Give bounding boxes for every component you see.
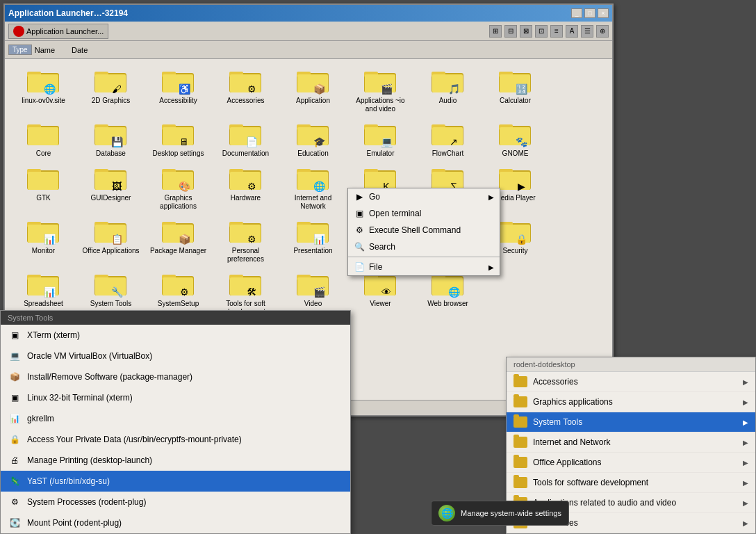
folder-linux-site[interactable]: 🌐 linux-ov0v.site: [10, 65, 76, 116]
folder-audio[interactable]: 🎵 Audio: [415, 65, 481, 116]
folder-icon-linux-site: 🌐: [27, 67, 60, 95]
svg-text:🖌: 🖌: [112, 83, 122, 95]
title-bar: Application Launcher…-32194 _ □ ×: [5, 5, 612, 22]
rp-item-3[interactable]: Internet and Network ▶: [507, 432, 755, 453]
folder-monitor[interactable]: 📊 Monitor: [10, 215, 76, 266]
folder-label-database: Database: [96, 149, 126, 158]
folder-gtk[interactable]: GTK: [10, 162, 76, 213]
folder-icon-internet: 🌐: [297, 165, 330, 193]
folder-label-education: Education: [297, 149, 328, 158]
folder-icon-education: 🎓: [297, 120, 330, 148]
folder-label-monitor: Monitor: [32, 247, 55, 255]
folder-desktop-settings[interactable]: 🖥 Desktop settings: [145, 118, 211, 161]
rp-item-0[interactable]: Accessories ▶: [507, 372, 755, 392]
view-type-button[interactable]: Type: [8, 44, 32, 55]
rp-item-2[interactable]: System Tools ▶: [507, 412, 755, 432]
folder-documentation[interactable]: 📄 Documentation: [213, 118, 279, 161]
folder-core[interactable]: Core: [10, 118, 76, 161]
folder-label-web-browser: Web browser: [427, 300, 468, 308]
svg-text:♿: ♿: [178, 83, 190, 95]
folder-icon-spreadsheet: 📊: [27, 270, 60, 298]
ctx-shell-label: Execute Shell Command: [369, 225, 461, 235]
folder-presentation[interactable]: 📊 Presentation: [280, 215, 346, 266]
rp-label-0: Accessories: [533, 377, 578, 387]
folder-2d-graphics[interactable]: 🖌 2D Graphics: [78, 65, 144, 116]
svg-text:📊: 📊: [313, 234, 325, 245]
folder-label-flowchart: FlowChart: [432, 149, 464, 158]
shell-icon: ⚙: [354, 225, 365, 236]
ctx-file[interactable]: 📄 File: [348, 259, 500, 275]
rp-item-1[interactable]: Graphics applications ▶: [507, 392, 755, 412]
nav-icon-1[interactable]: ⊞: [489, 25, 502, 38]
folder-education[interactable]: 🎓 Education: [280, 118, 346, 161]
folder-icon-package-mgr: 📦: [162, 218, 195, 245]
folder-hardware[interactable]: ⚙ Hardware: [213, 162, 279, 213]
st-item-6[interactable]: 🖨 Manage Printing (desktop-launch): [1, 450, 350, 471]
svg-text:💻: 💻: [380, 136, 393, 148]
st-icon-7: 🦎: [8, 474, 22, 488]
rp-label-4: Office Applications: [533, 458, 602, 467]
folder-calculator[interactable]: 🔢 Calculator: [482, 65, 548, 116]
folder-flowchart[interactable]: ↗ FlowChart: [415, 118, 481, 161]
folder-office[interactable]: 📋 Office Applications: [78, 215, 144, 266]
st-item-5[interactable]: 🔒 Access Your Private Data (/usr/bin/ecr…: [1, 429, 350, 450]
folder-accessibility[interactable]: ♿ Accessibility: [145, 65, 211, 116]
folder-label-hardware: Hardware: [231, 194, 261, 202]
nav-icon-8[interactable]: ⊕: [596, 25, 609, 38]
nav-icon-6[interactable]: A: [566, 25, 578, 38]
folder-graphics-apps[interactable]: 🎨 Graphics applications: [145, 162, 211, 213]
folder-gnome[interactable]: 🐾 GNOME: [482, 118, 548, 161]
folder-icon-tools-soft-dev: 🛠: [229, 270, 263, 298]
nav-icon-5[interactable]: ≡: [550, 25, 563, 38]
ctx-go-label: Go: [369, 192, 380, 202]
ctx-open-terminal[interactable]: ▣ Open terminal: [348, 205, 500, 222]
st-label-2: Install/Remove Software (package-manager…: [27, 372, 192, 382]
folder-icon-gnome: 🐾: [499, 120, 532, 148]
folder-label-presentation: Presentation: [293, 247, 332, 255]
tab-label: Application Launcher...: [26, 27, 104, 35]
folder-application[interactable]: 📦 Application: [280, 65, 346, 116]
st-item-1[interactable]: 💻 Oracle VM VirtualBox (VirtualBox): [1, 346, 350, 366]
folder-accessories[interactable]: ⚙ Accessories: [213, 65, 279, 116]
folder-icon-security: 🔒: [499, 218, 532, 245]
folder-icon-accessories: ⚙: [229, 67, 263, 95]
svg-text:⚙: ⚙: [247, 83, 256, 95]
folder-label-spreadsheet: Spreadsheet: [24, 300, 63, 308]
rp-label-3: Internet and Network: [533, 437, 610, 447]
rp-item-5[interactable]: Tools for software development ▶: [507, 473, 755, 493]
ctx-search[interactable]: 🔍 Search: [348, 238, 500, 255]
svg-rect-116: [500, 172, 530, 190]
ctx-execute-shell[interactable]: ⚙ Execute Shell Command: [348, 222, 500, 238]
st-item-0[interactable]: ▣ XTerm (xterm): [1, 325, 350, 346]
rp-item-4[interactable]: Office Applications ▶: [507, 453, 755, 473]
folder-applications-video[interactable]: 🎬 Applications ~io and video: [347, 65, 413, 116]
st-item-2[interactable]: 📦 Install/Remove Software (package-manag…: [1, 366, 350, 387]
ctx-go[interactable]: ▶ Go: [348, 188, 500, 205]
st-item-4[interactable]: 📊 gkrellm: [1, 408, 350, 429]
minimize-button[interactable]: _: [571, 8, 582, 18]
svg-text:🌐: 🌐: [43, 83, 56, 95]
folder-label-calculator: Calculator: [500, 97, 531, 105]
st-label-1: Oracle VM VirtualBox (VirtualBox): [27, 351, 152, 361]
folder-emulator[interactable]: 💻 Emulator: [347, 118, 413, 161]
window-title: Application Launcher…-32194: [8, 8, 128, 18]
svg-text:🔧: 🔧: [110, 286, 123, 298]
nav-icon-2[interactable]: ⊟: [504, 25, 517, 38]
folder-label-desktop-settings: Desktop settings: [153, 149, 204, 158]
nav-icon-3[interactable]: ⊠: [520, 25, 532, 38]
rp-folder-icon-0: [513, 376, 527, 387]
nav-icon-4[interactable]: ⊡: [535, 25, 548, 38]
close-button[interactable]: ×: [598, 8, 609, 18]
maximize-button[interactable]: □: [584, 8, 595, 18]
st-item-7[interactable]: 🦎 YaST (/usr/bin/xdg-su): [1, 471, 350, 492]
tab-application-launcher[interactable]: Application Launcher...: [8, 24, 108, 39]
folder-internet[interactable]: 🌐 Internet and Network: [280, 162, 346, 213]
folder-database[interactable]: 💾 Database: [78, 118, 144, 161]
st-item-8[interactable]: ⚙ System Processes (rodent-plug): [1, 492, 350, 512]
nav-icon-7[interactable]: ☰: [581, 25, 593, 38]
st-item-9[interactable]: 💽 Mount Point (rodent-plug): [1, 512, 350, 533]
st-item-3[interactable]: ▣ Linux 32-bit Terminal (xterm): [1, 387, 350, 408]
folder-package-mgr[interactable]: 📦 Package Manager: [145, 215, 211, 266]
folder-guidesigner[interactable]: 🖼 GUIDesigner: [78, 162, 144, 213]
folder-personal-prefs[interactable]: ⚙ Personal preferences: [213, 215, 279, 266]
